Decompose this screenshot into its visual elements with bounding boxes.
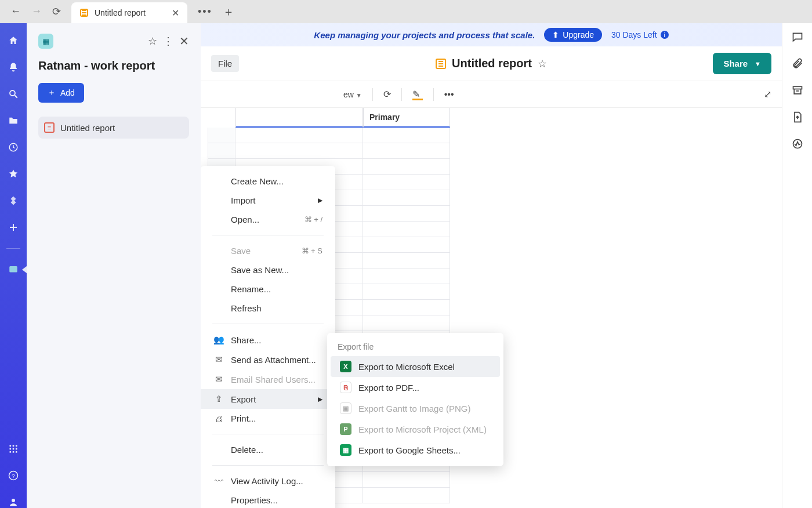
- apps-icon[interactable]: [8, 443, 19, 455]
- workspace-title: Ratnam - work report: [38, 59, 189, 72]
- browser-topbar: ← → ⟳ Untitled report ✕ ••• ＋: [0, 0, 812, 23]
- spreadsheet[interactable]: Primary 20212223242526 Create New... Imp…: [201, 108, 782, 508]
- workspace-icon[interactable]: [8, 264, 19, 275]
- menu-refresh[interactable]: Refresh: [201, 299, 335, 318]
- search-icon[interactable]: [8, 88, 19, 100]
- export-submenu-title: Export file: [327, 339, 503, 356]
- file-menu-button[interactable]: File: [211, 55, 239, 72]
- toolbar: ew ▼ ⟳ ✎ ••• ⤢: [201, 81, 782, 108]
- refresh-icon[interactable]: ⟳: [383, 89, 391, 100]
- doc-header: File Untitled report ☆ Share ▼: [201, 46, 782, 81]
- svg-rect-5: [9, 266, 17, 273]
- add-icon[interactable]: [8, 222, 19, 233]
- doc-title[interactable]: Untitled report: [452, 57, 532, 70]
- sidebar-item-report[interactable]: ≡ Untitled report: [38, 117, 189, 139]
- sidebar-close-icon[interactable]: ✕: [179, 34, 189, 48]
- export-submenu: Export file XExport to Microsoft Excel ⎘…: [327, 333, 503, 466]
- plus-icon: ＋: [48, 88, 56, 98]
- expand-icon[interactable]: ⤢: [764, 89, 771, 100]
- report-icon: [436, 59, 446, 69]
- caret-down-icon: ▼: [755, 60, 761, 67]
- favorite-icon[interactable]: ☆: [538, 57, 547, 70]
- browser-tab[interactable]: Untitled report ✕: [71, 2, 187, 23]
- export-gsheets[interactable]: ▦Export to Google Sheets...: [331, 440, 500, 460]
- file-menu: Create New... Import▶ Open...⌘ + / Save⌘…: [201, 166, 335, 508]
- folder-icon[interactable]: [8, 115, 19, 126]
- right-rail: [782, 23, 812, 508]
- export-icon: ⇪: [213, 394, 224, 404]
- file-upload-icon[interactable]: [792, 111, 803, 123]
- menu-activity-log[interactable]: 〰View Activity Log...: [201, 471, 335, 491]
- diamond-icon[interactable]: [8, 195, 19, 206]
- tabs-overflow-icon[interactable]: •••: [198, 6, 212, 18]
- info-icon[interactable]: i: [661, 31, 669, 39]
- menu-properties[interactable]: Properties...: [201, 491, 335, 508]
- menu-delete[interactable]: Delete...: [201, 440, 335, 459]
- share-button[interactable]: Share ▼: [713, 53, 771, 74]
- help-icon[interactable]: ?: [8, 470, 19, 481]
- activity-icon: 〰: [213, 476, 224, 486]
- menu-save-as[interactable]: Save as New...: [201, 260, 335, 280]
- trial-days: 30 Days Left i: [611, 30, 669, 39]
- svg-point-10: [13, 448, 14, 450]
- kebab-icon[interactable]: ⋮: [163, 35, 173, 48]
- svg-point-9: [9, 448, 11, 450]
- forward-icon[interactable]: →: [31, 5, 42, 18]
- svg-text:?: ?: [12, 473, 15, 479]
- bell-icon[interactable]: [8, 61, 19, 73]
- svg-point-19: [793, 140, 802, 148]
- menu-export[interactable]: ⇪Export▶: [201, 389, 335, 409]
- star-icon[interactable]: [8, 168, 19, 180]
- column-header[interactable]: [235, 108, 363, 128]
- menu-email-shared: ✉Email Shared Users...: [201, 369, 335, 389]
- app-rail: ?: [0, 23, 27, 508]
- people-icon: 👥: [213, 335, 224, 345]
- menu-print[interactable]: 🖨Print...: [201, 409, 335, 428]
- account-icon[interactable]: [8, 496, 19, 508]
- home-icon[interactable]: [8, 35, 19, 46]
- export-excel[interactable]: XExport to Microsoft Excel: [331, 356, 500, 377]
- image-icon: ▣: [340, 402, 351, 414]
- chevron-right-icon: ▶: [318, 197, 322, 204]
- menu-save: Save⌘ + S: [201, 241, 335, 260]
- favorite-icon[interactable]: ☆: [148, 35, 157, 48]
- column-header-primary[interactable]: Primary: [363, 108, 450, 128]
- menu-create-new[interactable]: Create New...: [201, 172, 335, 191]
- new-tab-icon[interactable]: ＋: [223, 4, 234, 20]
- menu-import[interactable]: Import▶: [201, 191, 335, 210]
- upgrade-arrow-icon: ⬆: [552, 30, 559, 39]
- menu-send-attachment[interactable]: ✉Send as Attachment...: [201, 350, 335, 369]
- trial-days-label: 30 Days Left: [611, 30, 657, 39]
- upgrade-button[interactable]: ⬆ Upgrade: [544, 28, 602, 42]
- comment-icon[interactable]: [792, 31, 803, 43]
- more-icon[interactable]: •••: [444, 89, 454, 100]
- add-button[interactable]: ＋ Add: [38, 83, 84, 103]
- svg-point-8: [16, 445, 17, 447]
- content-area: Keep managing your projects and process …: [201, 23, 782, 508]
- pdf-icon: ⎘: [340, 382, 351, 393]
- highlighter-icon[interactable]: ✎: [412, 89, 423, 100]
- archive-icon[interactable]: [792, 85, 803, 96]
- menu-open[interactable]: Open...⌘ + /: [201, 210, 335, 229]
- export-msproject: PExport to Microsoft Project (XML): [331, 419, 500, 440]
- svg-point-13: [13, 451, 14, 453]
- excel-icon: X: [340, 361, 351, 372]
- activity-icon[interactable]: [792, 138, 803, 150]
- svg-point-0: [10, 90, 15, 96]
- print-icon: 🖨: [213, 413, 224, 423]
- chevron-right-icon: ▶: [318, 395, 322, 403]
- report-icon: [79, 8, 89, 17]
- clock-icon[interactable]: [8, 141, 19, 153]
- reload-icon[interactable]: ⟳: [52, 5, 61, 18]
- upgrade-banner: Keep managing your projects and process …: [201, 23, 782, 46]
- back-icon[interactable]: ←: [10, 5, 21, 18]
- attachment-icon[interactable]: [792, 58, 803, 70]
- tab-close-icon[interactable]: ✕: [172, 8, 179, 19]
- menu-share[interactable]: 👥Share...: [201, 330, 335, 350]
- view-selector[interactable]: ew ▼: [343, 90, 362, 99]
- svg-point-12: [9, 451, 11, 453]
- svg-rect-18: [793, 86, 802, 89]
- export-pdf[interactable]: ⎘Export to PDF...: [331, 377, 500, 398]
- menu-rename[interactable]: Rename...: [201, 280, 335, 299]
- msproject-icon: P: [340, 423, 351, 435]
